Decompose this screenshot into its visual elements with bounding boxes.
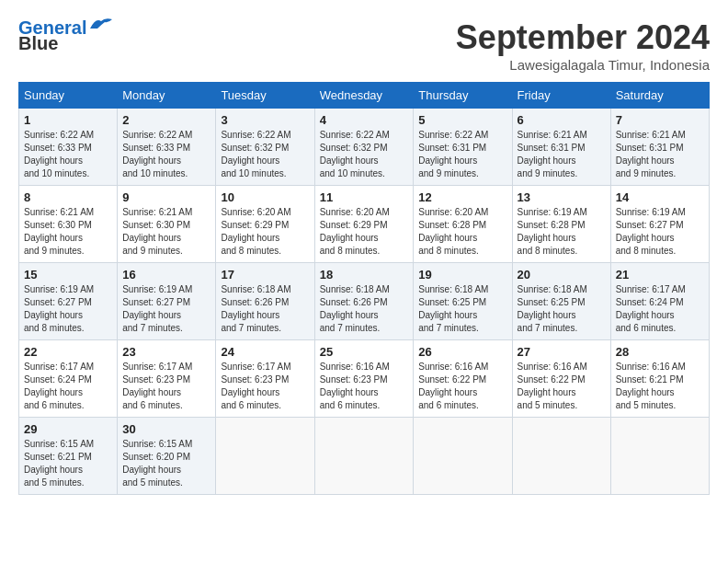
day-info: Sunrise: 6:20 AM Sunset: 6:28 PM Dayligh… (418, 206, 506, 258)
calendar-cell: 6 Sunrise: 6:21 AM Sunset: 6:31 PM Dayli… (512, 109, 610, 186)
day-number: 6 (518, 113, 606, 127)
logo-blue: Blue (18, 33, 58, 54)
day-number: 4 (320, 113, 409, 127)
calendar-cell: 3 Sunrise: 6:22 AM Sunset: 6:32 PM Dayli… (216, 109, 314, 186)
day-number: 1 (24, 113, 112, 127)
day-number: 24 (221, 345, 309, 359)
day-number: 12 (418, 190, 506, 204)
col-saturday: Saturday (610, 83, 709, 109)
calendar-week-2: 8 Sunrise: 6:21 AM Sunset: 6:30 PM Dayli… (19, 186, 710, 263)
calendar-cell: 24 Sunrise: 6:17 AM Sunset: 6:23 PM Dayl… (216, 340, 314, 418)
day-info: Sunrise: 6:17 AM Sunset: 6:24 PM Dayligh… (616, 283, 704, 335)
calendar-cell: 23 Sunrise: 6:17 AM Sunset: 6:23 PM Dayl… (118, 340, 216, 418)
col-monday: Monday (118, 83, 216, 109)
calendar-cell: 30 Sunrise: 6:15 AM Sunset: 6:20 PM Dayl… (118, 418, 216, 495)
calendar-cell: 25 Sunrise: 6:16 AM Sunset: 6:23 PM Dayl… (314, 340, 414, 418)
calendar-cell: 10 Sunrise: 6:20 AM Sunset: 6:29 PM Dayl… (216, 186, 314, 263)
day-number: 23 (122, 345, 210, 359)
day-number: 14 (616, 190, 704, 204)
day-info: Sunrise: 6:22 AM Sunset: 6:32 PM Dayligh… (221, 129, 309, 180)
col-wednesday: Wednesday (314, 83, 414, 109)
col-friday: Friday (512, 83, 610, 109)
day-number: 29 (24, 422, 112, 436)
day-number: 17 (221, 268, 309, 282)
day-number: 2 (122, 113, 210, 127)
day-info: Sunrise: 6:18 AM Sunset: 6:25 PM Dayligh… (518, 283, 606, 335)
calendar-cell (216, 418, 314, 495)
day-number: 18 (320, 268, 409, 282)
day-number: 10 (221, 190, 309, 204)
day-info: Sunrise: 6:22 AM Sunset: 6:31 PM Dayligh… (418, 129, 506, 180)
day-info: Sunrise: 6:16 AM Sunset: 6:22 PM Dayligh… (418, 361, 506, 412)
day-info: Sunrise: 6:20 AM Sunset: 6:29 PM Dayligh… (221, 206, 309, 258)
day-number: 9 (122, 190, 210, 204)
calendar-cell: 18 Sunrise: 6:18 AM Sunset: 6:26 PM Dayl… (314, 263, 414, 340)
day-number: 19 (418, 268, 506, 282)
day-info: Sunrise: 6:15 AM Sunset: 6:21 PM Dayligh… (24, 438, 112, 489)
day-info: Sunrise: 6:17 AM Sunset: 6:23 PM Dayligh… (221, 361, 309, 412)
day-number: 22 (24, 345, 112, 359)
calendar-cell: 1 Sunrise: 6:22 AM Sunset: 6:33 PM Dayli… (19, 109, 118, 186)
calendar-cell: 28 Sunrise: 6:16 AM Sunset: 6:21 PM Dayl… (610, 340, 709, 418)
day-number: 11 (320, 190, 409, 204)
calendar-cell: 12 Sunrise: 6:20 AM Sunset: 6:28 PM Dayl… (414, 186, 512, 263)
calendar-cell (610, 418, 709, 495)
calendar-cell: 7 Sunrise: 6:21 AM Sunset: 6:31 PM Dayli… (610, 109, 709, 186)
calendar-cell: 5 Sunrise: 6:22 AM Sunset: 6:31 PM Dayli… (414, 109, 512, 186)
calendar-cell: 17 Sunrise: 6:18 AM Sunset: 6:26 PM Dayl… (216, 263, 314, 340)
day-info: Sunrise: 6:22 AM Sunset: 6:33 PM Dayligh… (122, 129, 210, 180)
calendar-cell: 26 Sunrise: 6:16 AM Sunset: 6:22 PM Dayl… (414, 340, 512, 418)
col-tuesday: Tuesday (216, 83, 314, 109)
calendar-cell: 20 Sunrise: 6:18 AM Sunset: 6:25 PM Dayl… (512, 263, 610, 340)
logo-bird-icon (88, 16, 114, 32)
day-number: 26 (418, 345, 506, 359)
calendar-cell: 9 Sunrise: 6:21 AM Sunset: 6:30 PM Dayli… (118, 186, 216, 263)
location: Lawesigalagala Timur, Indonesia (456, 57, 710, 73)
day-number: 8 (24, 190, 112, 204)
month-title: September 2024 (456, 18, 710, 57)
day-info: Sunrise: 6:17 AM Sunset: 6:24 PM Dayligh… (24, 361, 112, 412)
calendar-week-3: 15 Sunrise: 6:19 AM Sunset: 6:27 PM Dayl… (19, 263, 710, 340)
calendar-cell: 8 Sunrise: 6:21 AM Sunset: 6:30 PM Dayli… (19, 186, 118, 263)
day-number: 21 (616, 268, 704, 282)
day-number: 15 (24, 268, 112, 282)
calendar-cell (314, 418, 414, 495)
day-info: Sunrise: 6:21 AM Sunset: 6:30 PM Dayligh… (24, 206, 112, 258)
day-number: 20 (518, 268, 606, 282)
title-section: September 2024 Lawesigalagala Timur, Ind… (456, 18, 710, 73)
logo: General Blue (18, 18, 114, 54)
day-info: Sunrise: 6:15 AM Sunset: 6:20 PM Dayligh… (122, 438, 210, 489)
calendar-cell (512, 418, 610, 495)
day-info: Sunrise: 6:19 AM Sunset: 6:28 PM Dayligh… (518, 206, 606, 258)
calendar-cell: 14 Sunrise: 6:19 AM Sunset: 6:27 PM Dayl… (610, 186, 709, 263)
day-info: Sunrise: 6:21 AM Sunset: 6:31 PM Dayligh… (518, 129, 606, 180)
day-number: 16 (122, 268, 210, 282)
calendar-cell: 13 Sunrise: 6:19 AM Sunset: 6:28 PM Dayl… (512, 186, 610, 263)
day-info: Sunrise: 6:16 AM Sunset: 6:22 PM Dayligh… (518, 361, 606, 412)
day-info: Sunrise: 6:18 AM Sunset: 6:26 PM Dayligh… (320, 283, 409, 335)
calendar-week-1: 1 Sunrise: 6:22 AM Sunset: 6:33 PM Dayli… (19, 109, 710, 186)
day-info: Sunrise: 6:16 AM Sunset: 6:21 PM Dayligh… (616, 361, 704, 412)
calendar-week-4: 22 Sunrise: 6:17 AM Sunset: 6:24 PM Dayl… (19, 340, 710, 418)
calendar-cell: 21 Sunrise: 6:17 AM Sunset: 6:24 PM Dayl… (610, 263, 709, 340)
day-number: 27 (518, 345, 606, 359)
calendar-cell: 27 Sunrise: 6:16 AM Sunset: 6:22 PM Dayl… (512, 340, 610, 418)
calendar-cell: 19 Sunrise: 6:18 AM Sunset: 6:25 PM Dayl… (414, 263, 512, 340)
day-info: Sunrise: 6:22 AM Sunset: 6:32 PM Dayligh… (320, 129, 409, 180)
day-number: 30 (122, 422, 210, 436)
header-row: Sunday Monday Tuesday Wednesday Thursday… (19, 83, 710, 109)
day-info: Sunrise: 6:18 AM Sunset: 6:25 PM Dayligh… (418, 283, 506, 335)
calendar-cell: 2 Sunrise: 6:22 AM Sunset: 6:33 PM Dayli… (118, 109, 216, 186)
day-info: Sunrise: 6:19 AM Sunset: 6:27 PM Dayligh… (24, 283, 112, 335)
calendar-cell: 29 Sunrise: 6:15 AM Sunset: 6:21 PM Dayl… (19, 418, 118, 495)
day-info: Sunrise: 6:21 AM Sunset: 6:30 PM Dayligh… (122, 206, 210, 258)
day-info: Sunrise: 6:21 AM Sunset: 6:31 PM Dayligh… (616, 129, 704, 180)
day-number: 3 (221, 113, 309, 127)
calendar-week-5: 29 Sunrise: 6:15 AM Sunset: 6:21 PM Dayl… (19, 418, 710, 495)
calendar-table: Sunday Monday Tuesday Wednesday Thursday… (18, 82, 710, 495)
calendar-cell: 15 Sunrise: 6:19 AM Sunset: 6:27 PM Dayl… (19, 263, 118, 340)
day-number: 5 (418, 113, 506, 127)
day-info: Sunrise: 6:18 AM Sunset: 6:26 PM Dayligh… (221, 283, 309, 335)
day-number: 13 (518, 190, 606, 204)
day-number: 28 (616, 345, 704, 359)
